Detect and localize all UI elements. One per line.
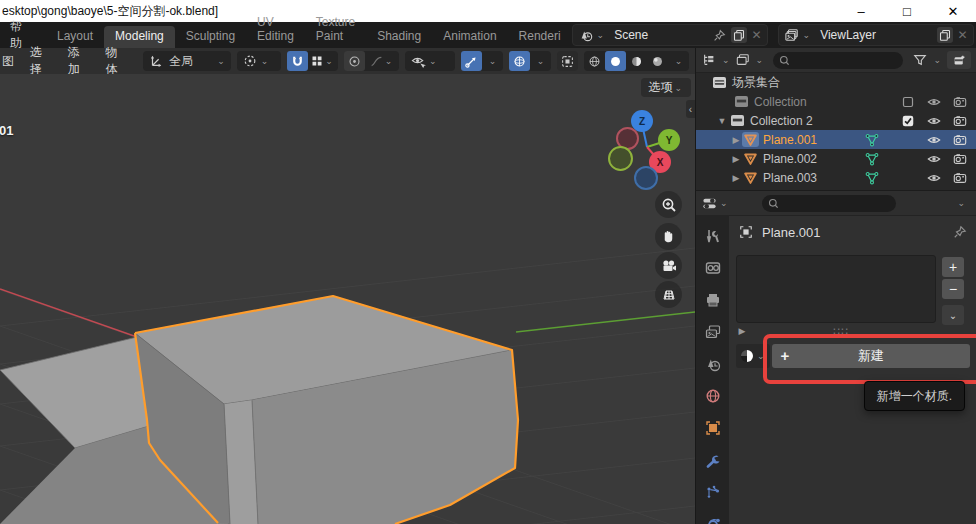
disable-render-camera-icon[interactable]: [951, 150, 969, 168]
scene-name[interactable]: Scene: [606, 28, 656, 42]
material-slot-specials-button[interactable]: ⌄: [942, 305, 964, 325]
options-dropdown-button[interactable]: 选项 ⌄: [641, 78, 691, 97]
new-scene-button[interactable]: [731, 27, 747, 43]
proportional-edit-toggle[interactable]: [344, 51, 365, 71]
exclude-checkbox-checked[interactable]: [899, 112, 917, 130]
hide-eye-icon[interactable]: [925, 131, 943, 149]
material-slots-list[interactable]: [736, 255, 936, 323]
tab-output[interactable]: [704, 291, 722, 309]
expand-triangle[interactable]: ▶: [730, 154, 742, 164]
properties-editor-type-icon[interactable]: [700, 194, 718, 212]
shading-material-button[interactable]: [626, 51, 647, 71]
outliner-search-input[interactable]: [773, 52, 903, 69]
display-mode-icon[interactable]: [734, 51, 752, 69]
xray-toggle[interactable]: [557, 51, 578, 71]
scene-selector[interactable]: ⌄ Scene ✕: [572, 24, 768, 46]
filter-chevron[interactable]: ⌄: [931, 55, 943, 65]
tab-scene[interactable]: [704, 355, 722, 373]
pivot-point-dropdown[interactable]: ⌄: [237, 51, 281, 71]
tab-animation[interactable]: Animation: [432, 26, 507, 48]
viewport-canvas[interactable]: [0, 74, 695, 524]
tab-render[interactable]: [704, 259, 722, 277]
pin-id-icon[interactable]: [951, 223, 969, 241]
row-collection-1[interactable]: Collection: [696, 92, 976, 111]
viewlayer-browse-chevron[interactable]: ⌄: [801, 30, 813, 40]
hide-eye-icon[interactable]: [925, 150, 943, 168]
display-mode-chevron[interactable]: ⌄: [754, 55, 766, 65]
browse-material-button[interactable]: ⌄: [736, 344, 770, 368]
disable-render-camera-icon[interactable]: [951, 112, 969, 130]
object-menu[interactable]: 物体: [97, 44, 135, 78]
snap-target-dropdown[interactable]: ⌄: [308, 51, 338, 71]
tab-texture-paint[interactable]: Texture Paint: [305, 12, 366, 48]
navigation-gizmo[interactable]: Z Y X: [605, 104, 685, 194]
viewlayer-selector[interactable]: ⌄ ViewLayer ✕: [778, 24, 974, 46]
exclude-checkbox-unchecked[interactable]: [899, 93, 917, 111]
unlink-scene-icon[interactable]: ✕: [749, 28, 765, 42]
mesh-data-icon[interactable]: [863, 150, 881, 168]
breadcrumb-object-name[interactable]: Plane.001: [755, 225, 821, 240]
tab-uv-editing[interactable]: UV Editing: [246, 12, 305, 48]
minimize-button[interactable]: –: [838, 0, 884, 22]
properties-search-input[interactable]: [762, 195, 896, 212]
tab-view-layer[interactable]: [704, 323, 722, 341]
new-collection-button[interactable]: [947, 51, 971, 69]
shading-dropdown[interactable]: ⌄: [668, 51, 689, 71]
show-hide-dropdown[interactable]: ⌄: [405, 51, 455, 71]
pin-icon[interactable]: [711, 26, 729, 44]
expand-triangle[interactable]: ▶: [730, 135, 742, 145]
tab-object[interactable]: [704, 419, 722, 437]
select-menu[interactable]: 选择: [22, 44, 60, 78]
shading-rendered-button[interactable]: [647, 51, 668, 71]
tab-physics[interactable]: [704, 515, 722, 524]
properties-options-chevron[interactable]: ⌄: [955, 198, 973, 208]
collapse-arrow[interactable]: ▶: [736, 326, 748, 336]
gizmos-toggle[interactable]: [461, 51, 482, 71]
filter-icon[interactable]: [911, 51, 929, 69]
tab-sculpting[interactable]: Sculpting: [175, 26, 246, 48]
scene-browse-chevron[interactable]: ⌄: [595, 30, 607, 40]
expand-triangle[interactable]: ▶: [730, 173, 742, 183]
outliner-editor-type-icon[interactable]: [700, 51, 718, 69]
zoom-button[interactable]: [655, 191, 682, 218]
hide-eye-icon[interactable]: [925, 112, 943, 130]
remove-viewlayer-icon[interactable]: ✕: [955, 28, 971, 42]
mesh-data-icon[interactable]: [863, 131, 881, 149]
row-plane-002[interactable]: ▶ Plane.002: [696, 149, 976, 168]
shading-solid-button[interactable]: [605, 51, 626, 71]
collapse-triangle-open[interactable]: ▼: [716, 116, 728, 126]
row-plane-003[interactable]: ▶ Plane.003: [696, 168, 976, 187]
shading-wireframe-button[interactable]: [584, 51, 605, 71]
viewlayer-name[interactable]: ViewLayer: [812, 28, 884, 42]
tab-shading[interactable]: Shading: [366, 26, 432, 48]
remove-material-slot-button[interactable]: −: [942, 279, 964, 299]
tab-rendering[interactable]: Renderi: [508, 26, 572, 48]
hide-eye-icon[interactable]: [925, 169, 943, 187]
disable-render-camera-icon[interactable]: [951, 131, 969, 149]
new-material-button[interactable]: + 新建: [772, 344, 970, 368]
overlays-dropdown[interactable]: ⌄: [530, 51, 551, 71]
camera-view-button[interactable]: [655, 252, 682, 279]
outliner-type-chevron[interactable]: ⌄: [720, 55, 732, 65]
gizmo-minus-y-axis[interactable]: [608, 146, 633, 171]
gizmo-y-axis[interactable]: Y: [658, 129, 680, 151]
sidebar-collapse-arrow[interactable]: ‹: [686, 100, 695, 118]
resize-grip[interactable]: ∷∷: [748, 325, 934, 338]
row-plane-001[interactable]: ▶ Plane.001: [696, 130, 976, 149]
tab-particles[interactable]: [704, 483, 722, 501]
properties-type-chevron[interactable]: ⌄: [718, 198, 730, 208]
view-menu[interactable]: 图: [0, 53, 22, 70]
mesh-data-icon[interactable]: [863, 169, 881, 187]
row-scene-collection[interactable]: 场景集合: [696, 73, 976, 92]
orthographic-grid-button[interactable]: [655, 281, 682, 308]
3d-viewport[interactable]: 01 选项 ⌄ ‹ Z Y X: [0, 74, 695, 524]
tab-tool[interactable]: [704, 227, 722, 245]
row-collection-2[interactable]: ▼ Collection 2: [696, 111, 976, 130]
pan-hand-button[interactable]: [655, 223, 682, 250]
tab-modifiers[interactable]: [704, 451, 722, 469]
disable-render-camera-icon[interactable]: [951, 93, 969, 111]
maximize-button[interactable]: □: [884, 0, 930, 22]
add-material-slot-button[interactable]: +: [942, 257, 964, 277]
new-viewlayer-button[interactable]: [937, 27, 953, 43]
overlays-toggle[interactable]: [509, 51, 530, 71]
